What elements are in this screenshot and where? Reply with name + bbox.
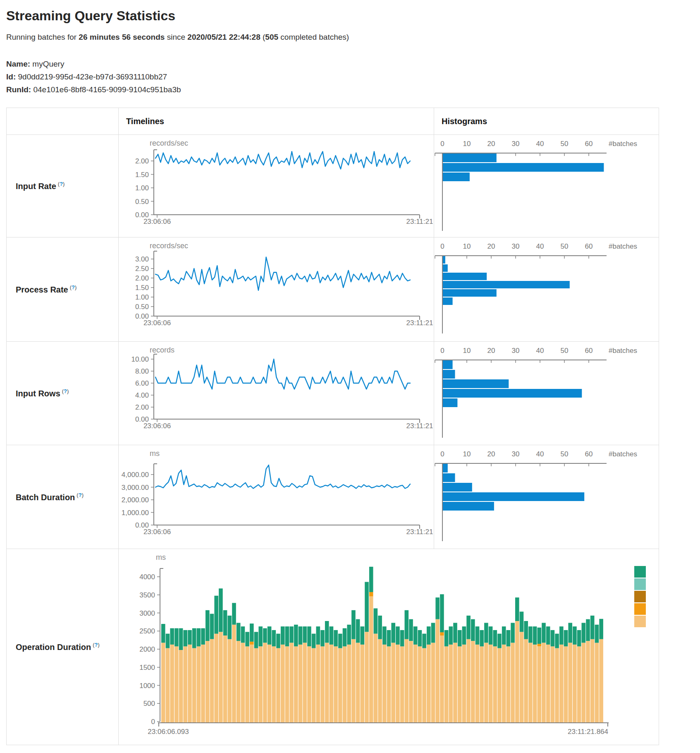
svg-text:2000: 2000: [139, 645, 155, 653]
runid-label: RunId:: [6, 85, 31, 94]
svg-text:20: 20: [487, 347, 495, 355]
question-mark-icon: ?: [95, 642, 98, 648]
batch-duration-timeline-chart: ms0.001,000.002,000.003,000.004,000.0023…: [119, 445, 434, 549]
svg-text:8.00: 8.00: [135, 367, 149, 375]
input-rows-histogram-cell: 0102030405060#batches: [434, 341, 659, 445]
completed-count: 505: [265, 33, 278, 41]
legend-swatch-5: [634, 616, 646, 627]
svg-text:20: 20: [487, 140, 495, 148]
input-rows-timeline-cell: records0.002.004.006.008.0010.0023:06:06…: [118, 341, 434, 445]
process-rate-histogram-cell: 0102030405060#batches: [434, 237, 659, 341]
legend-swatch-1: [634, 566, 646, 578]
svg-text:23:06:06: 23:06:06: [143, 422, 171, 430]
svg-text:ms: ms: [156, 553, 166, 561]
svg-text:1.50: 1.50: [135, 284, 149, 292]
svg-text:records: records: [150, 346, 174, 354]
svg-text:ms: ms: [150, 449, 160, 458]
help-tooltip-operation-duration[interactable]: (?): [93, 642, 100, 648]
svg-text:#batches: #batches: [609, 450, 637, 458]
input-rows-label: Input Rows(?): [16, 388, 69, 398]
svg-text:60: 60: [585, 347, 593, 355]
svg-text:60: 60: [585, 140, 593, 148]
question-mark-icon: ?: [64, 388, 67, 394]
process-rate-histogram-chart: 0102030405060#batches: [434, 237, 659, 341]
input-rate-histogram-cell: 0102030405060#batches: [434, 134, 659, 237]
help-tooltip-input-rate[interactable]: (?): [58, 181, 65, 187]
svg-text:0.50: 0.50: [135, 303, 149, 311]
svg-text:500: 500: [143, 700, 155, 707]
svg-text:23:06:06: 23:06:06: [143, 528, 171, 536]
svg-text:#batches: #batches: [609, 242, 637, 250]
input-rate-timeline-chart: records/sec0.000.501.001.502.0023:06:062…: [119, 135, 434, 237]
svg-text:6.00: 6.00: [135, 379, 149, 387]
svg-text:10: 10: [463, 347, 471, 355]
help-tooltip-process-rate[interactable]: (?): [70, 284, 77, 290]
svg-text:60: 60: [585, 242, 593, 250]
paren-open: (: [260, 33, 265, 41]
histograms-header: Histograms: [434, 108, 659, 134]
batch-duration-histogram-cell: 0102030405060#batches: [434, 445, 659, 549]
input-rows-histogram-chart: 0102030405060#batches: [434, 342, 659, 445]
streaming-query-statistics-page: Streaming Query Statistics Running batch…: [0, 0, 700, 745]
operation-duration-stacked-chart: ms0500100015002000250030003500400023:06:…: [119, 549, 659, 745]
runid-value: 04e101e6-8bf8-4165-9099-9104c951ba3b: [33, 85, 181, 94]
svg-text:3500: 3500: [139, 591, 155, 599]
row-label-operation-duration: Operation Duration(?): [7, 549, 118, 745]
svg-text:3.00: 3.00: [135, 255, 149, 263]
batch-duration-histogram-chart: 0102030405060#batches: [434, 445, 659, 549]
svg-text:records/sec: records/sec: [150, 242, 188, 250]
svg-text:40: 40: [536, 140, 544, 148]
svg-text:0.50: 0.50: [135, 198, 149, 206]
svg-text:1500: 1500: [139, 664, 155, 671]
input-rate-timeline-cell: records/sec0.000.501.001.502.0023:06:062…: [118, 134, 434, 237]
svg-text:2,000.00: 2,000.00: [122, 496, 149, 504]
name-value: myQuery: [32, 60, 64, 68]
id-label: Id:: [6, 72, 16, 81]
svg-text:1,000.00: 1,000.00: [122, 509, 149, 517]
row-label-input-rate: Input Rate(?): [7, 134, 118, 237]
svg-text:20: 20: [487, 242, 495, 250]
svg-text:10: 10: [463, 450, 471, 458]
svg-text:23:11:21: 23:11:21: [406, 422, 433, 430]
svg-text:2.00: 2.00: [135, 274, 149, 282]
process-rate-timeline-cell: records/sec0.000.501.001.502.002.503.002…: [118, 237, 434, 341]
since-label: since: [165, 33, 187, 41]
svg-text:#batches: #batches: [609, 140, 637, 148]
svg-text:40: 40: [536, 242, 544, 250]
help-tooltip-input-rows[interactable]: (?): [62, 388, 69, 394]
svg-text:10: 10: [463, 140, 471, 148]
running-batches-summary: Running batches for 26 minutes 56 second…: [6, 33, 694, 42]
query-name-line: Name: myQuery: [6, 58, 694, 70]
svg-text:2.00: 2.00: [135, 157, 149, 165]
row-label-process-rate: Process Rate(?): [7, 237, 118, 341]
statistics-table: Timelines Histograms Input Rate(?) recor…: [6, 108, 659, 745]
id-value: 9d0dd219-995d-423e-b97d-36931110bb27: [18, 72, 167, 81]
svg-text:10.00: 10.00: [131, 355, 149, 363]
timelines-header: Timelines: [118, 108, 434, 134]
legend-swatch-4: [634, 603, 646, 615]
svg-text:23:11:21: 23:11:21: [406, 218, 433, 225]
svg-text:30: 30: [512, 450, 520, 458]
svg-text:4000: 4000: [139, 573, 155, 581]
batch-duration-timeline-cell: ms0.001,000.002,000.003,000.004,000.0023…: [118, 445, 434, 549]
svg-text:30: 30: [512, 347, 520, 355]
svg-text:0: 0: [440, 450, 444, 458]
since-time: 2020/05/21 22:44:28: [187, 33, 260, 41]
svg-text:50: 50: [561, 140, 569, 148]
svg-text:4,000.00: 4,000.00: [122, 471, 149, 479]
help-tooltip-batch-duration[interactable]: (?): [76, 492, 84, 498]
svg-text:0: 0: [440, 242, 444, 250]
legend-swatch-3: [634, 591, 646, 602]
svg-text:30: 30: [512, 140, 520, 148]
svg-text:records/sec: records/sec: [150, 139, 188, 147]
input-rate-histogram-chart: 0102030405060#batches: [434, 135, 659, 237]
svg-text:23:11:21.864: 23:11:21.864: [568, 728, 608, 736]
svg-text:#batches: #batches: [609, 347, 637, 355]
row-label-input-rows: Input Rows(?): [7, 341, 118, 445]
svg-text:23:06:06.093: 23:06:06.093: [148, 728, 189, 736]
svg-text:30: 30: [512, 242, 520, 250]
svg-text:23:06:06: 23:06:06: [143, 218, 171, 225]
svg-text:10: 10: [463, 242, 471, 250]
svg-text:1.50: 1.50: [135, 171, 149, 179]
operation-duration-label: Operation Duration(?): [16, 642, 100, 652]
